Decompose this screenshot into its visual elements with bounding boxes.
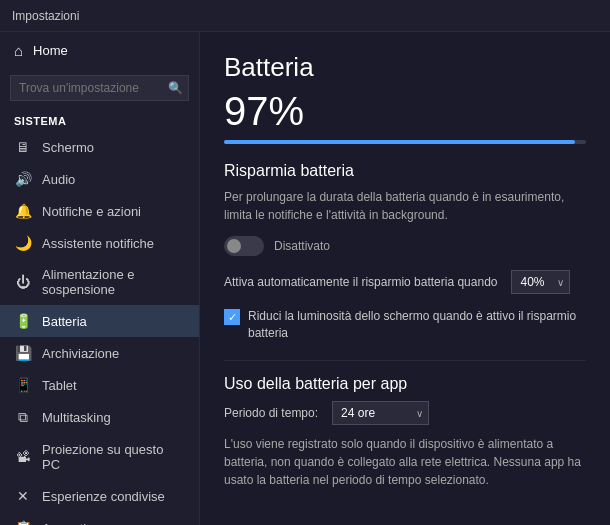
sidebar-item-appunti[interactable]: 📋 Appunti <box>0 512 199 525</box>
luminosita-checkbox[interactable]: ✓ <box>224 309 240 325</box>
sidebar-item-multitasking[interactable]: ⧉ Multitasking <box>0 401 199 434</box>
sidebar-item-label: Proiezione su questo PC <box>42 442 185 472</box>
sidebar-item-proiezione[interactable]: 📽 Proiezione su questo PC <box>0 434 199 480</box>
battery-bar-container <box>224 140 586 144</box>
select-wrapper: 20% 30% 40% 50% <box>511 270 570 294</box>
sidebar-item-assistente[interactable]: 🌙 Assistente notifiche <box>0 227 199 259</box>
sidebar-item-batteria[interactable]: 🔋 Batteria <box>0 305 199 337</box>
toggle-knob <box>227 239 241 253</box>
sidebar-item-notifiche[interactable]: 🔔 Notifiche e azioni <box>0 195 199 227</box>
appunti-icon: 📋 <box>14 520 32 525</box>
content-area: Batteria 97% Risparmia batteria Per prol… <box>200 32 610 525</box>
sidebar-item-schermo[interactable]: 🖥 Schermo <box>0 131 199 163</box>
esperienze-icon: ✕ <box>14 488 32 504</box>
sidebar-search-wrapper: 🔍 <box>10 75 189 101</box>
alimentazione-icon: ⏻ <box>14 274 32 290</box>
sidebar-item-label: Alimentazione e sospensione <box>42 267 185 297</box>
sidebar-item-label: Appunti <box>42 521 86 526</box>
sidebar-item-audio[interactable]: 🔊 Audio <box>0 163 199 195</box>
periodo-label: Periodo di tempo: <box>224 406 318 420</box>
sidebar-home-label: Home <box>33 43 68 58</box>
sidebar-item-esperienze[interactable]: ✕ Esperienze condivise <box>0 480 199 512</box>
check-icon: ✓ <box>228 312 237 323</box>
sidebar-item-label: Tablet <box>42 378 77 393</box>
select-row: Attiva automaticamente il risparmio batt… <box>224 270 586 294</box>
batteria-icon: 🔋 <box>14 313 32 329</box>
assistente-icon: 🌙 <box>14 235 32 251</box>
sidebar-item-alimentazione[interactable]: ⏻ Alimentazione e sospensione <box>0 259 199 305</box>
sidebar-item-archiviazione[interactable]: 💾 Archiviazione <box>0 337 199 369</box>
home-icon: ⌂ <box>14 42 23 59</box>
uso-app-title: Uso della batteria per app <box>224 375 586 393</box>
sidebar-item-label: Multitasking <box>42 410 111 425</box>
top-bar-label: Impostazioni <box>12 9 79 23</box>
sidebar-item-label: Assistente notifiche <box>42 236 154 251</box>
toggle-label: Disattivato <box>274 239 330 253</box>
notifiche-icon: 🔔 <box>14 203 32 219</box>
archiviazione-icon: 💾 <box>14 345 32 361</box>
sidebar: ⌂ Home 🔍 Sistema 🖥 Schermo 🔊 Audio 🔔 Not… <box>0 32 200 525</box>
search-icon: 🔍 <box>168 81 183 95</box>
sidebar-item-label: Esperienze condivise <box>42 489 165 504</box>
schermo-icon: 🖥 <box>14 139 32 155</box>
main-layout: ⌂ Home 🔍 Sistema 🖥 Schermo 🔊 Audio 🔔 Not… <box>0 32 610 525</box>
uso-app-desc: L'uso viene registrato solo quando il di… <box>224 435 586 489</box>
page-title: Batteria <box>224 52 586 83</box>
search-input[interactable] <box>10 75 189 101</box>
checkbox-row: ✓ Riduci la luminosità dello schermo qua… <box>224 308 586 342</box>
top-bar: Impostazioni <box>0 0 610 32</box>
proiezione-icon: 📽 <box>14 449 32 465</box>
battery-bar-fill <box>224 140 575 144</box>
checkbox-label: Riduci la luminosità dello schermo quand… <box>248 308 586 342</box>
sidebar-item-label: Audio <box>42 172 75 187</box>
risparmio-title: Risparmia batteria <box>224 162 586 180</box>
toggle-row: Disattivato <box>224 236 586 256</box>
multitasking-icon: ⧉ <box>14 409 32 426</box>
sidebar-item-label: Schermo <box>42 140 94 155</box>
tablet-icon: 📱 <box>14 377 32 393</box>
risparmio-toggle[interactable] <box>224 236 264 256</box>
sidebar-section-label: Sistema <box>0 107 199 131</box>
section-divider <box>224 360 586 361</box>
periodo-select-wrapper: 6 ore 24 ore 1 settimana <box>332 401 429 425</box>
periodo-row: Periodo di tempo: 6 ore 24 ore 1 settima… <box>224 401 586 425</box>
sidebar-item-home[interactable]: ⌂ Home <box>0 32 199 69</box>
periodo-select[interactable]: 6 ore 24 ore 1 settimana <box>332 401 429 425</box>
risparmio-desc: Per prolungare la durata della batteria … <box>224 188 586 224</box>
audio-icon: 🔊 <box>14 171 32 187</box>
sidebar-item-tablet[interactable]: 📱 Tablet <box>0 369 199 401</box>
sidebar-item-label: Archiviazione <box>42 346 119 361</box>
battery-percent: 97% <box>224 89 586 134</box>
sidebar-item-label: Notifiche e azioni <box>42 204 141 219</box>
select-label: Attiva automaticamente il risparmio batt… <box>224 275 497 289</box>
battery-threshold-select[interactable]: 20% 30% 40% 50% <box>511 270 570 294</box>
sidebar-item-label: Batteria <box>42 314 87 329</box>
